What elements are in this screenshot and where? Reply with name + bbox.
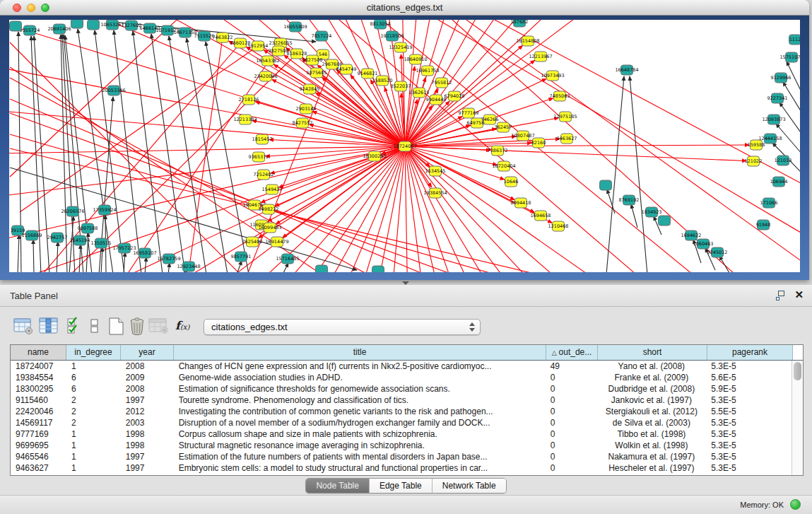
graph-node[interactable]: 12093873	[762, 115, 785, 124]
graph-node[interactable]: 7252402	[254, 170, 274, 180]
graph-node[interactable]: 5875685	[307, 68, 327, 78]
graph-node[interactable]: 15716485	[276, 254, 299, 264]
graph-node[interactable]: 16055809	[283, 22, 307, 32]
graph-node[interactable]: 187682	[511, 20, 529, 27]
graph-node[interactable]: 16720404	[492, 161, 515, 171]
graph-node[interactable]: 19218506	[380, 31, 404, 41]
graph-node[interactable]: 10807487	[511, 131, 534, 141]
graph-node[interactable]	[372, 266, 384, 272]
graph-node[interactable]: 9146821	[358, 69, 378, 78]
table-row[interactable]: 1938455462009Genome-wide association stu…	[11, 372, 792, 383]
graph-node[interactable]: 16154808	[516, 36, 539, 46]
table-row[interactable]: 1872400712008Changes of HCN gene express…	[11, 361, 792, 372]
citation-graph[interactable]: 9355724206914061065326713276026466140107…	[9, 20, 800, 272]
table-row[interactable]: 977716911998Corpus callosum shape and si…	[11, 428, 792, 440]
graph-node[interactable]: 1327602	[122, 21, 142, 30]
column-header-title[interactable]: title	[174, 345, 546, 360]
graph-node[interactable]: 159588	[748, 140, 765, 150]
column-header-in-degree[interactable]: in_degree	[66, 345, 121, 360]
column-header-name[interactable]: name	[11, 345, 66, 360]
graph-node[interactable]: 2942757	[47, 233, 68, 243]
graph-node[interactable]: 7485063	[550, 91, 570, 101]
graph-node[interactable]: 10973493	[541, 71, 564, 81]
graph-node[interactable]: 91948	[756, 220, 771, 230]
graph-node[interactable]: 8769192	[619, 195, 640, 205]
graph-node[interactable]: 8522037	[391, 81, 411, 91]
table-row[interactable]: 969969511998Structural magnetic resonanc…	[11, 440, 792, 451]
table-row[interactable]: 2242004622012Investigating the contribut…	[11, 406, 792, 417]
table-row[interactable]: 911546021997Tourette syndrome. Phenomeno…	[11, 395, 792, 406]
create-column-icon[interactable]	[107, 317, 126, 337]
graph-node[interactable]: 7857224	[312, 31, 332, 41]
tab-edge-table[interactable]: Edge Table	[370, 479, 433, 493]
graph-node[interactable]: 10646	[504, 177, 519, 187]
graph-node[interactable]: 9097588	[78, 223, 98, 233]
tab-network-table[interactable]: Network Table	[433, 479, 506, 493]
graph-node[interactable]: 1112	[789, 35, 801, 45]
table-row[interactable]: 1456911722003Disruption of a novel membe…	[11, 417, 792, 428]
graph-node[interactable]: 9857791	[231, 252, 252, 262]
table-row[interactable]: 946554611997Estimation of the future num…	[11, 451, 792, 462]
graph-node[interactable]: 12213383	[233, 115, 257, 124]
graph-node[interactable]	[71, 20, 83, 28]
graph-node[interactable]: 20206576	[61, 206, 84, 216]
row-selection-icon[interactable]	[66, 317, 82, 335]
table-row[interactable]: 1830029562008Estimation of significance …	[11, 383, 792, 395]
show-columns-icon[interactable]	[39, 317, 59, 335]
graph-node[interactable]: 7386372	[488, 146, 508, 156]
graph-node[interactable]: 12975185	[553, 112, 577, 122]
table-selector-dropdown[interactable]: citations_edges.txt	[204, 319, 481, 335]
graph-node[interactable]: 82160	[531, 138, 546, 148]
graph-node[interactable]	[600, 180, 612, 190]
graph-node[interactable]: 1588520	[372, 76, 393, 86]
column-header-year[interactable]: year	[121, 345, 174, 360]
graph-node[interactable]: 7955812	[432, 78, 452, 88]
graph-node[interactable]: 7515526	[194, 31, 215, 41]
tab-node-table[interactable]: Node Table	[306, 479, 370, 493]
graph-node[interactable]	[88, 20, 100, 30]
graph-node[interactable]	[316, 265, 328, 272]
network-view[interactable]: 9355724206914061065326713276026466140107…	[9, 20, 800, 272]
graph-node[interactable]: 19384554	[423, 188, 447, 198]
graph-node[interactable]: 6794028	[445, 91, 465, 101]
graph-node[interactable]	[659, 216, 671, 226]
graph-node[interactable]: 1815457	[252, 134, 273, 144]
graph-node[interactable]: 1834923	[642, 207, 662, 217]
function-builder-icon[interactable]: f(x)	[175, 319, 189, 332]
graph-node[interactable]: 12923448	[177, 262, 200, 271]
table-row[interactable]: 946362711997Embryonic stem cells: a mode…	[11, 462, 792, 474]
graph-node[interactable]: 15751074	[779, 52, 800, 62]
graph-node[interactable]: 9463627	[557, 134, 577, 144]
graph-node[interactable]: 121033	[775, 156, 792, 165]
graph-node[interactable]: 9365372	[249, 152, 269, 162]
graph-node[interactable]	[10, 21, 22, 31]
graph-node[interactable]: 1549427	[262, 185, 283, 194]
graph-node[interactable]: 9245012	[707, 247, 728, 257]
graph-node[interactable]: 16543382	[256, 56, 279, 66]
table-mode-icon[interactable]	[13, 317, 33, 335]
graph-node[interactable]: 18640910	[404, 54, 427, 64]
graph-node[interactable]: 1534545	[425, 166, 446, 176]
graph-node[interactable]: 20691406	[47, 24, 71, 34]
graph-node[interactable]: 16958107	[133, 248, 156, 258]
graph-node[interactable]: 9227341	[767, 93, 788, 103]
graph-node[interactable]: 23420046	[254, 71, 277, 81]
graph-node[interactable]: 8813054	[370, 20, 391, 29]
graph-node[interactable]: 171066	[760, 198, 778, 208]
close-panel-icon[interactable]: ✕	[794, 288, 804, 301]
graph-node[interactable]: 9129966	[771, 73, 792, 83]
graph-node[interactable]: 121022	[745, 156, 763, 166]
float-panel-icon[interactable]	[776, 291, 787, 300]
delete-column-icon[interactable]	[129, 317, 147, 337]
column-header-out-de-[interactable]: △out_de...	[546, 345, 598, 360]
window-titlebar[interactable]: citations_edges.txt	[0, 0, 809, 16]
column-header-short[interactable]: short	[598, 345, 707, 360]
graph-node[interactable]: 362457	[495, 122, 512, 132]
graph-node[interactable]: 16914479	[265, 237, 288, 247]
scrollbar-thumb[interactable]	[794, 362, 801, 380]
graph-node[interactable]: 16648784	[615, 65, 638, 75]
rows-icon[interactable]	[90, 317, 100, 335]
graph-node[interactable]: 12213967	[529, 52, 552, 62]
graph-node[interactable]: 746266	[481, 115, 499, 124]
table-vertical-scrollbar[interactable]	[792, 361, 803, 475]
